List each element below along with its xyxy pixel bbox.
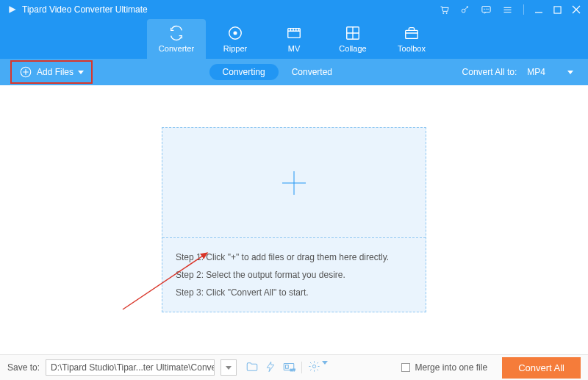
save-path-value: D:\Tipard Studio\Tipar...ter Ultimate\Co… bbox=[51, 362, 215, 373]
convert-all-to-label: Convert All to: bbox=[462, 67, 517, 77]
subbar: Add Files Converting Converted Convert A… bbox=[0, 59, 588, 85]
app-title: Tipard Video Converter Ultimate bbox=[22, 4, 439, 15]
cart-icon[interactable] bbox=[439, 4, 450, 15]
main-area: Step 1: Click "+" to add files or drag t… bbox=[0, 85, 588, 354]
step-text: Step 2: Select the output format you des… bbox=[176, 266, 412, 284]
minimize-button[interactable] bbox=[534, 5, 543, 14]
svg-rect-12 bbox=[406, 30, 418, 38]
nav-ripper[interactable]: Ripper bbox=[206, 19, 265, 59]
chevron-down-icon bbox=[567, 71, 573, 74]
ripper-icon bbox=[227, 25, 243, 41]
checkbox-box bbox=[401, 363, 410, 372]
nav-toolbox[interactable]: Toolbox bbox=[382, 19, 441, 59]
gpu-accel-icon[interactable] bbox=[265, 361, 276, 375]
merge-label: Merge into one file bbox=[415, 362, 487, 373]
merge-checkbox[interactable]: Merge into one file bbox=[401, 362, 487, 373]
converter-icon bbox=[168, 25, 184, 41]
output-format-select[interactable]: MP4 bbox=[523, 65, 578, 79]
tab-label: Converted bbox=[292, 67, 332, 77]
titlebar: Tipard Video Converter Ultimate bbox=[0, 0, 588, 19]
divider bbox=[523, 4, 524, 15]
step-text: Step 3: Click "Convert All" to start. bbox=[176, 284, 412, 301]
svg-rect-7 bbox=[554, 6, 561, 12]
dropzone-plus-area[interactable] bbox=[162, 128, 426, 238]
nav-label: Ripper bbox=[223, 44, 247, 53]
button-label: Convert All bbox=[518, 362, 564, 373]
plus-circle-icon bbox=[19, 65, 32, 79]
save-to-label: Save to: bbox=[7, 362, 40, 373]
footer: Save to: D:\Tipard Studio\Tipar...ter Ul… bbox=[0, 354, 588, 380]
convert-all-button[interactable]: Convert All bbox=[502, 357, 581, 379]
dropzone-steps: Step 1: Click "+" to add files or drag t… bbox=[162, 238, 426, 312]
mv-icon bbox=[286, 25, 302, 41]
nav-mv[interactable]: MV bbox=[265, 19, 323, 59]
svg-text:OFF: OFF bbox=[290, 369, 296, 372]
svg-point-4 bbox=[484, 8, 485, 9]
add-files-highlight: Add Files bbox=[10, 60, 93, 84]
svg-point-0 bbox=[443, 12, 444, 13]
key-icon[interactable] bbox=[460, 4, 470, 15]
add-files-label: Add Files bbox=[37, 67, 74, 77]
svg-point-2 bbox=[462, 9, 465, 12]
chevron-down-icon bbox=[226, 366, 232, 370]
open-folder-icon[interactable] bbox=[245, 360, 259, 376]
settings-icon[interactable] bbox=[308, 360, 328, 375]
divider bbox=[301, 362, 302, 373]
svg-rect-15 bbox=[286, 365, 289, 368]
svg-point-1 bbox=[446, 12, 447, 13]
svg-point-9 bbox=[234, 32, 237, 35]
svg-point-17 bbox=[312, 365, 315, 368]
tab-label: Converting bbox=[223, 67, 265, 77]
high-speed-icon[interactable]: OFF bbox=[282, 360, 295, 376]
toolbox-icon bbox=[404, 25, 420, 41]
save-path-dropdown[interactable] bbox=[220, 359, 237, 376]
chevron-down-icon bbox=[78, 71, 84, 74]
svg-point-6 bbox=[488, 8, 489, 9]
format-value: MP4 bbox=[527, 67, 545, 77]
dropzone[interactable]: Step 1: Click "+" to add files or drag t… bbox=[162, 127, 426, 312]
maximize-button[interactable] bbox=[553, 6, 562, 14]
add-files-button[interactable]: Add Files bbox=[13, 62, 90, 82]
nav-collage[interactable]: Collage bbox=[323, 19, 382, 59]
nav-label: Converter bbox=[159, 44, 194, 53]
save-path-field[interactable]: D:\Tipard Studio\Tipar...ter Ultimate\Co… bbox=[46, 359, 215, 376]
app-logo-icon bbox=[7, 4, 18, 15]
collage-icon bbox=[345, 25, 361, 41]
nav-label: MV bbox=[288, 44, 301, 53]
close-button[interactable] bbox=[572, 5, 581, 14]
svg-point-5 bbox=[486, 8, 487, 9]
main-nav: Converter Ripper MV Collage Toolbox bbox=[0, 19, 588, 59]
nav-converter[interactable]: Converter bbox=[147, 19, 206, 59]
nav-label: Toolbox bbox=[398, 44, 426, 53]
plus-icon bbox=[279, 168, 309, 198]
nav-label: Collage bbox=[339, 44, 366, 53]
menu-icon[interactable] bbox=[502, 4, 513, 15]
tab-converting[interactable]: Converting bbox=[209, 64, 279, 80]
feedback-icon[interactable] bbox=[481, 4, 492, 15]
step-text: Step 1: Click "+" to add files or drag t… bbox=[176, 248, 412, 266]
tab-converted[interactable]: Converted bbox=[279, 64, 345, 80]
chevron-down-icon bbox=[322, 361, 328, 375]
